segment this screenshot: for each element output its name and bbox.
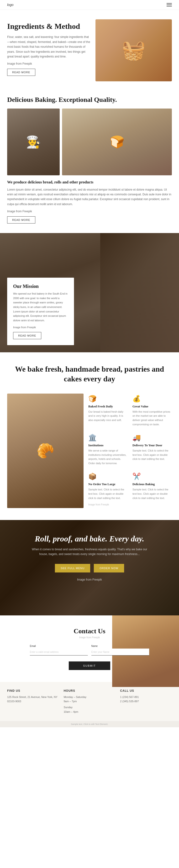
feature-baked-fresh: 🍞 Baked Fresh Daily Our bread is baked f… (88, 394, 128, 428)
baking-subtitle: We produce delicious bread, rolls and ot… (7, 180, 172, 184)
bread-basket-image (95, 19, 172, 81)
delicious-baking-icon: ✂️ (132, 472, 172, 480)
call-us-phone1: 1 (234) 567-891 (120, 695, 172, 700)
feature-great-value-title: Great Value (132, 405, 172, 408)
mission-overlay: Our Mission We opened our first bakery i… (7, 278, 74, 345)
section-mission: 👩‍🍳👨‍🍳 Our Mission We opened our first b… (0, 233, 179, 352)
baking-body: Lorem ipsum dolor sit amet, consectetur … (7, 187, 172, 207)
hours-weekday: Monday – Saturday 9am – 7pm (64, 695, 116, 704)
great-value-icon: 💰 (132, 395, 172, 403)
header: logo (0, 0, 179, 10)
fresh-content: 🥐 🍞 Baked Fresh Daily Our bread is baked… (7, 394, 172, 508)
feature-great-value-desc: With the most competitive prices on the … (132, 410, 172, 427)
mission-image-credit: Image from Freepik (13, 325, 68, 330)
no-order-icon: 📦 (88, 472, 128, 480)
contact-form: Email Name SUBMIT (30, 645, 149, 670)
baking-read-more-button[interactable]: READ MORE (7, 216, 35, 223)
fresh-title: We bake fresh, handmade bread, pastries … (7, 364, 172, 384)
roll-content: Roll, proof, and bake. Every day. When i… (7, 534, 172, 582)
feature-institutions-desc: We serve a wide range of institutions in… (88, 449, 128, 465)
feature-baked-fresh-desc: Our bread is baked fresh daily and is ve… (88, 410, 128, 423)
email-group: Email (30, 645, 88, 655)
mission-title: Our Mission (13, 284, 68, 289)
roll-body: When it comes to bread and sandwiches, f… (30, 547, 149, 557)
hamburger-line-3 (167, 6, 172, 6)
fresh-image-credit: Image from Freepik (88, 503, 172, 506)
feature-delivery-title: Delivery To Your Door (132, 443, 172, 447)
baking-image-credit: Image from Freepik (7, 209, 172, 214)
feature-baked-fresh-title: Baked Fresh Daily (88, 405, 128, 408)
section-ingredients: Ingredients & Method Flour, water, sea s… (0, 10, 179, 86)
section-roll: Roll, proof, and bake. Every day. When i… (0, 520, 179, 615)
call-us-phone2: 2 (345) 535-897 (120, 699, 172, 704)
baking-images: 👨‍🍳 🍞 (7, 108, 172, 175)
feature-delivery-desc: Sample text. Click to select the text bo… (132, 449, 172, 461)
feature-delivery: 🚚 Delivery To Your Door Sample text. Cli… (132, 432, 172, 467)
feature-no-order-desc: Sample text. Click to select the text bo… (88, 488, 128, 500)
find-us-address: 125 Rock Street, 21 Avenue, New York, NY… (7, 695, 59, 704)
baker-image-1: 👨‍🍳 (7, 108, 60, 175)
submit-button[interactable]: SUBMIT (69, 661, 110, 670)
feature-delicious-baking-desc: Sample text. Click to select the text bo… (132, 488, 172, 500)
order-now-button[interactable]: ORDER NOW (94, 564, 124, 572)
baked-fresh-icon: 🍞 (88, 395, 128, 403)
ingredients-text: Ingredients & Method Flour, water, sea s… (7, 19, 91, 76)
menu-toggle[interactable] (167, 3, 172, 6)
name-label: Name (91, 645, 149, 647)
ingredients-image (95, 19, 172, 81)
feature-great-value: 💰 Great Value With the most competitive … (132, 394, 172, 428)
hamburger-line-2 (167, 4, 172, 5)
footer-bottom: Sample text. Click to edit Text Element. (0, 721, 179, 727)
find-us-title: FIND US (7, 689, 59, 692)
mission-body: We opened our first bakery in the South … (13, 291, 68, 323)
mission-read-more-button[interactable]: READ MORE (13, 332, 41, 339)
footer-sample-text: Sample text. Click to edit Text Element. (7, 723, 172, 725)
features-grid: 🍞 Baked Fresh Daily Our bread is baked f… (88, 394, 172, 502)
footer: FIND US 125 Rock Street, 21 Avenue, New … (0, 682, 179, 721)
section-contact: Contact Us Image from Freepik Email Name… (0, 615, 179, 682)
section-fresh: We bake fresh, handmade bread, pastries … (0, 352, 179, 520)
find-us-col: FIND US 125 Rock Street, 21 Avenue, New … (7, 689, 59, 714)
email-label: Email (30, 645, 88, 647)
feature-institutions: 🏛️ Institutions We serve a wide range of… (88, 432, 128, 467)
baking-title: Delicious Baking. Exceptional Quality. (7, 96, 172, 104)
hours-col: HOURS Monday – Saturday 9am – 7pm Sunday… (64, 689, 116, 714)
delivery-icon: 🚚 (132, 434, 172, 441)
hours-sunday: Sunday 10am – 4pm (64, 705, 116, 714)
feature-delicious-baking: ✂️ Delicious Baking Sample text. Click t… (132, 471, 172, 501)
fresh-features-wrapper: 🍞 Baked Fresh Daily Our bread is baked f… (88, 394, 172, 508)
feature-no-order-title: No Order Too Large (88, 482, 128, 486)
feature-delicious-baking-title: Delicious Baking (132, 482, 172, 486)
email-input[interactable] (30, 649, 88, 655)
name-input[interactable] (91, 649, 149, 655)
baker-image-2: 🍞 (62, 108, 172, 175)
institutions-icon: 🏛️ (88, 434, 128, 441)
feature-institutions-title: Institutions (88, 443, 128, 447)
hours-title: HOURS (64, 689, 116, 692)
ingredients-image-credit: Image from Freepik (7, 61, 91, 66)
roll-image-credit: Image from Freepik (30, 577, 149, 582)
ingredients-body: Flour, water, sea salt, and leavening: f… (7, 35, 91, 59)
section-baking: Delicious Baking. Exceptional Quality. 👨… (0, 86, 179, 233)
roll-buttons: SEE FULL MENU ORDER NOW (7, 564, 172, 572)
feature-no-order-too-large: 📦 No Order Too Large Sample text. Click … (88, 471, 128, 501)
ingredients-read-more-button[interactable]: READ MORE (7, 69, 35, 76)
call-us-col: CALL US 1 (234) 567-891 2 (345) 535-897 (120, 689, 172, 714)
baking-text: We produce delicious bread, rolls and ot… (7, 180, 172, 223)
see-full-menu-button[interactable]: SEE FULL MENU (55, 564, 90, 572)
name-group: Name (91, 645, 149, 655)
logo: logo (7, 3, 13, 7)
roll-title: Roll, proof, and bake. Every day. (7, 534, 172, 544)
form-row: Email Name (30, 645, 149, 655)
ingredients-title: Ingredients & Method (7, 22, 91, 31)
hamburger-line-1 (167, 3, 172, 4)
fresh-image: 🥐 (7, 394, 84, 508)
call-us-title: CALL US (120, 689, 172, 692)
